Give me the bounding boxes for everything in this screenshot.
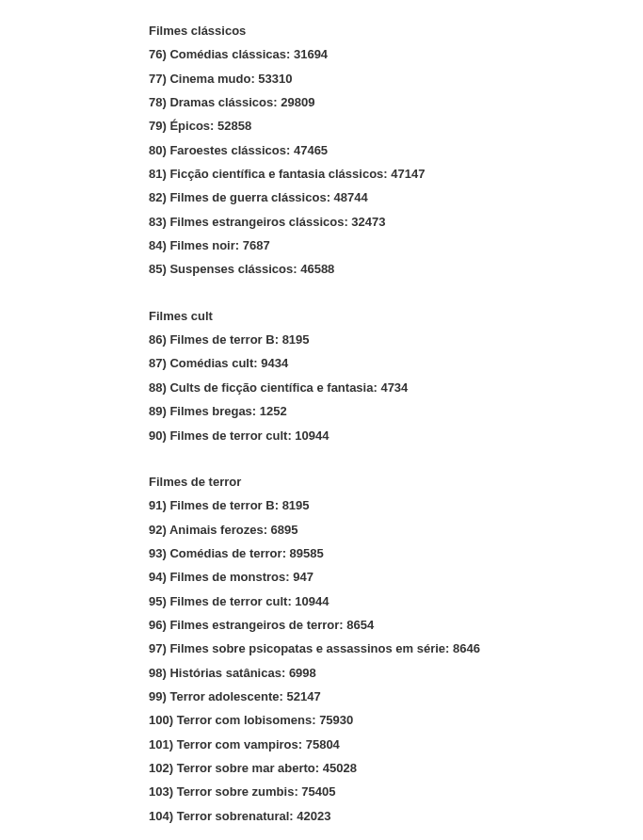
item-number: 81 [149,167,162,181]
item-code: 9434 [261,356,288,370]
list-item: 81) Ficção científica e fantasia clássic… [149,162,643,186]
item-label: Filmes de monstros [169,570,285,584]
item-code: 6895 [271,523,298,537]
item-code: 31694 [294,47,328,61]
item-label: Histórias satânicas [169,666,281,680]
item-code: 45028 [323,761,357,775]
item-code: 6998 [289,666,316,680]
item-label: Faroestes clássicos [169,143,286,157]
item-number: 98 [149,666,162,680]
list-item: 104) Terror sobrenatural: 42023 [149,804,643,828]
item-number: 85 [149,262,162,276]
item-label: Filmes sobre psicopatas e assassinos em … [169,641,445,655]
section-title: Filmes de terror [149,470,643,493]
item-separator: : [298,737,306,751]
item-number: 84 [149,238,162,252]
item-code: 947 [293,570,313,584]
list-item: 100) Terror com lobisomens: 75930 [149,708,643,732]
section-title: Filmes clássicos [149,19,643,42]
item-label: Terror adolescente [169,689,279,703]
item-label: Filmes estrangeiros clássicos [169,215,344,229]
item-label: Comédias cult [169,356,253,370]
item-label: Épicos [169,119,210,133]
item-label: Ficção científica e fantasia clássicos [169,167,383,181]
item-separator: : [210,119,217,133]
item-code: 53310 [258,72,292,86]
item-number: 87 [149,356,162,370]
list-item: 95) Filmes de terror cult: 10944 [149,590,643,613]
item-number: 92 [149,523,162,537]
item-code: 1252 [260,404,287,418]
item-code: 52858 [217,119,251,133]
item-label: Dramas clássicos [169,95,273,109]
item-number: 97 [149,641,162,655]
item-number: 96 [149,618,162,632]
item-paren: ) [169,809,177,823]
list-item: 77) Cinema mudo: 53310 [149,67,643,90]
list-item: 86) Filmes de terror B: 8195 [149,328,643,351]
item-number: 101 [149,737,169,751]
item-paren: ) [169,784,177,799]
item-separator: : [445,641,453,655]
list-item: 96) Filmes estrangeiros de terror: 8654 [149,613,643,637]
item-separator: : [315,761,323,775]
item-code: 46588 [300,262,334,276]
list-item: 80) Faroestes clássicos: 47465 [149,138,643,162]
item-number: 103 [149,784,169,799]
item-code: 48744 [334,190,368,204]
item-label: Comédias clássicas [169,47,286,61]
item-number: 78 [149,95,162,109]
item-code: 75804 [306,737,340,751]
item-label: Cinema mudo [169,72,250,86]
item-number: 82 [149,190,162,204]
list-item: 97) Filmes sobre psicopatas e assassinos… [149,637,643,660]
item-code: 8195 [282,498,310,512]
item-code: 8195 [282,332,310,347]
section: Filmes cult86) Filmes de terror B: 81958… [149,304,643,447]
item-label: Filmes de terror B [169,498,274,512]
item-label: Suspenses clássicos [169,262,293,276]
list-item: 88) Cults de ficção científica e fantasi… [149,376,643,399]
list-item: 98) Histórias satânicas: 6998 [149,661,643,685]
item-number: 80 [149,143,162,157]
item-number: 76 [149,47,162,61]
list-item: 92) Animais ferozes: 6895 [149,518,643,541]
item-separator: : [286,47,294,61]
item-label: Filmes noir [169,238,234,252]
item-label: Filmes de terror cult [169,594,287,608]
item-number: 95 [149,594,162,608]
list-item: 79) Épicos: 52858 [149,114,643,137]
item-separator: : [312,713,319,727]
list-item: 102) Terror sobre mar aberto: 45028 [149,756,643,780]
item-label: Terror sobre mar aberto [177,761,315,775]
list-item: 93) Comédias de terror: 89585 [149,541,643,565]
item-number: 94 [149,570,162,584]
item-number: 91 [149,498,162,512]
item-separator: : [275,332,282,347]
item-label: Comédias de terror [169,546,281,560]
item-number: 99 [149,689,162,703]
item-code: 47147 [391,167,425,181]
item-code: 8646 [453,641,480,655]
item-code: 75405 [301,784,335,799]
item-number: 100 [149,713,169,727]
section: Filmes clássicos76) Comédias clássicas: … [149,19,643,282]
item-separator: : [252,404,260,418]
item-label: Terror com lobisomens [177,713,313,727]
item-code: 52147 [286,689,320,703]
item-label: Filmes estrangeiros de terror [169,618,339,632]
item-label: Filmes de guerra clássicos [169,190,326,204]
list-item: 99) Terror adolescente: 52147 [149,685,643,708]
item-code: 47465 [294,143,328,157]
list-item: 84) Filmes noir: 7687 [149,234,643,257]
item-paren: ) [169,713,177,727]
item-separator: : [286,143,294,157]
list-item: 103) Terror sobre zumbis: 75405 [149,780,643,803]
item-code: 10944 [295,428,329,443]
list-item: 85) Suspenses clássicos: 46588 [149,257,643,281]
item-number: 102 [149,761,169,775]
section-title: Filmes cult [149,304,643,328]
item-code: 7687 [243,238,270,252]
item-paren: ) [169,761,177,775]
item-code: 89585 [290,546,324,560]
